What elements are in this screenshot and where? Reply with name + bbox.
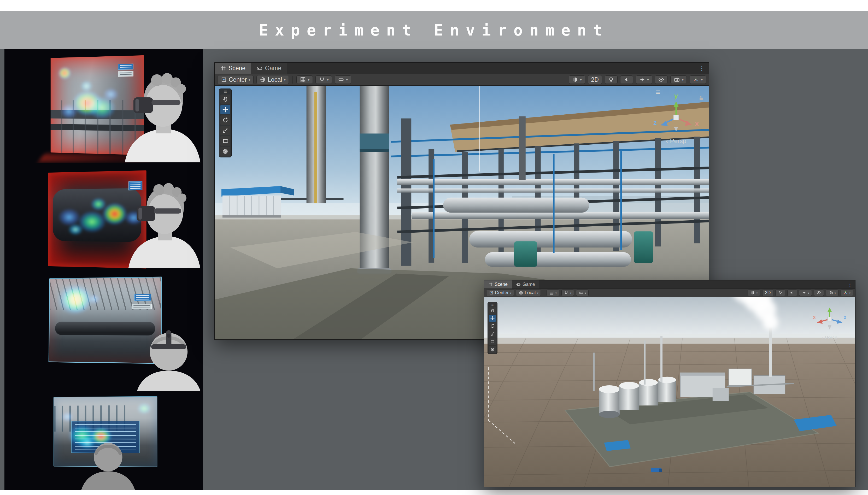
vr-user-figure	[135, 323, 202, 391]
scene-orientation-gizmo[interactable]: x z ‹ Persp	[814, 302, 845, 341]
rect-tool-button[interactable]	[489, 338, 496, 345]
lock-icon[interactable]	[698, 95, 704, 101]
orientation-mode-button[interactable]: Local ▾	[256, 75, 289, 84]
transform-tool-icon	[222, 148, 228, 155]
dropdown-arrow-icon: ▾	[570, 291, 571, 294]
gaze-heatmap-blob	[62, 412, 73, 422]
orientation-mode-button[interactable]: Local ▾	[516, 289, 541, 296]
scene-audio-button[interactable]	[787, 290, 797, 296]
dropdown-arrow-icon: ▾	[580, 78, 582, 82]
scene-tools-overlay: ≡	[219, 88, 232, 157]
rotate-tool-button[interactable]	[489, 323, 496, 329]
scene-lighting-button[interactable]	[775, 290, 785, 296]
move-icon	[490, 316, 495, 321]
tab-scene-label: Scene	[495, 282, 508, 287]
transform-tool-button[interactable]	[489, 346, 496, 353]
gizmos-button[interactable]: ▾	[840, 290, 853, 296]
gaze-heatmap-blob	[80, 80, 93, 92]
gizmo-axis-z-label[interactable]: z	[653, 119, 657, 126]
persp-label: Persp	[670, 137, 686, 144]
transform-tool-button[interactable]	[220, 147, 230, 156]
transform-tool-icon	[490, 347, 495, 352]
scene-visibility-button[interactable]	[814, 290, 824, 296]
gaze-heatmap-blob	[91, 198, 106, 211]
gizmo-axis-x-label[interactable]: x	[695, 120, 699, 128]
scene-orientation-gizmo[interactable]: y z x ‹ Persp	[654, 92, 698, 144]
effects-button[interactable]: ▾	[799, 290, 812, 296]
snap-settings-button[interactable]: ▾	[561, 290, 574, 296]
scale-tool-button[interactable]	[489, 330, 496, 337]
camera-settings-button[interactable]: ▾	[826, 290, 838, 296]
snap-increment-button[interactable]: ▾	[335, 75, 351, 84]
rotate-tool-button[interactable]	[220, 115, 230, 125]
dropdown-arrow-icon: ▾	[308, 78, 310, 82]
tab-game[interactable]: Game	[251, 63, 287, 74]
scene-audio-button[interactable]	[620, 75, 633, 84]
rect-tool-icon	[490, 339, 495, 344]
gizmo-axis-x-label[interactable]: x	[813, 314, 816, 320]
rotate-icon	[222, 117, 228, 123]
tab-game[interactable]: Game	[512, 280, 540, 289]
scene-toolbar: Center ▾ Local ▾ ▾ ▾ ▾	[484, 289, 855, 297]
gaze-heatmap-blob	[62, 287, 90, 312]
vr-user-panel-4	[4, 394, 203, 490]
rect-tool-button[interactable]	[220, 136, 230, 146]
move-tool-button[interactable]	[489, 315, 496, 322]
scale-icon	[490, 331, 495, 336]
gaze-heatmap-blob	[58, 208, 81, 226]
pivot-mode-button[interactable]: Center ▾	[217, 75, 254, 84]
view-tool-button[interactable]	[489, 307, 496, 314]
move-icon	[222, 106, 228, 113]
gizmo-axis-y-label[interactable]: y	[674, 92, 678, 100]
scene-lighting-button[interactable]	[605, 75, 617, 84]
scene-visibility-button[interactable]	[655, 75, 668, 84]
vr-user-panel-1	[4, 51, 203, 163]
effects-button[interactable]: ▾	[636, 75, 652, 84]
globe-icon	[518, 290, 523, 295]
tab-scene[interactable]: Scene	[484, 280, 512, 289]
projection-toggle[interactable]: ‹ Persp	[814, 335, 845, 340]
dropdown-arrow-icon: ▾	[284, 78, 286, 82]
tabbar-spacer	[539, 280, 845, 289]
shading-mode-button[interactable]: ▾	[569, 75, 585, 84]
scale-tool-button[interactable]	[220, 126, 230, 135]
pivot-mode-button[interactable]: Center ▾	[486, 289, 514, 296]
title-banner: Experiment Environment	[0, 11, 868, 49]
window-menu-button[interactable]: ⋮	[845, 280, 855, 289]
camera-settings-button[interactable]: ▾	[670, 75, 687, 84]
dropdown-arrow-icon: ▾	[808, 291, 809, 294]
snap-settings-button[interactable]: ▾	[316, 75, 332, 84]
scene-tools-overlay: ≡	[488, 302, 497, 354]
scene-viewport[interactable]: ≡ x z	[484, 297, 855, 487]
lightbulb-icon	[778, 290, 783, 295]
game-controller-icon	[516, 282, 521, 287]
tab-scene[interactable]: Scene	[215, 63, 251, 74]
projection-toggle[interactable]: ‹ Persp	[654, 137, 698, 144]
game-controller-icon	[256, 65, 263, 71]
more-menu-icon: ⋮	[699, 65, 705, 72]
dropdown-arrow-icon: ▾	[346, 78, 348, 82]
scene-grid-icon	[220, 65, 226, 71]
ruler-icon	[579, 290, 583, 295]
shading-mode-button[interactable]: ▾	[748, 290, 760, 296]
grid-visibility-button[interactable]: ▾	[296, 75, 313, 84]
toolstrip-grip[interactable]: ≡	[224, 90, 227, 93]
move-tool-button[interactable]	[220, 105, 230, 114]
snap-increment-button[interactable]: ▾	[576, 290, 589, 296]
gizmo-axis-z-label[interactable]: z	[844, 314, 847, 320]
dropdown-arrow-icon: ▾	[849, 291, 851, 294]
signboard	[134, 294, 151, 301]
2d-toggle-button[interactable]: 2D	[588, 75, 602, 84]
gizmo-axes	[815, 307, 844, 331]
speaker-icon	[790, 290, 794, 295]
window-menu-button[interactable]: ⋮	[695, 63, 709, 74]
toolstrip-grip[interactable]: ≡	[491, 303, 494, 306]
gizmos-button[interactable]: ▾	[690, 75, 706, 84]
view-tool-button[interactable]	[220, 95, 230, 104]
2d-toggle-button[interactable]: 2D	[762, 289, 773, 296]
gaze-heatmap-blob	[102, 203, 127, 225]
vr-user-figure	[127, 175, 201, 268]
grid-visibility-button[interactable]: ▾	[547, 290, 559, 296]
signboard	[132, 304, 152, 309]
orientation-label: Local	[268, 76, 282, 83]
